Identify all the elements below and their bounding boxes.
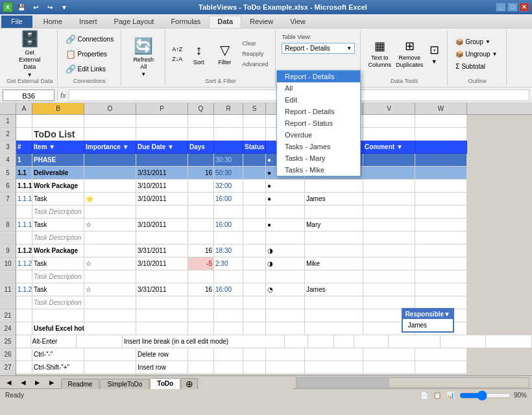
sort-az-button[interactable]: A↑Z bbox=[170, 45, 184, 54]
cell-todo-title[interactable]: ToDo List bbox=[32, 128, 84, 141]
cell[interactable] bbox=[441, 335, 487, 348]
cell[interactable]: Mike bbox=[305, 257, 363, 270]
close-button[interactable]: ✕ bbox=[519, 3, 529, 12]
cell[interactable] bbox=[266, 206, 305, 219]
cell[interactable] bbox=[16, 309, 32, 322]
sheet-tab-todo[interactable]: ToDo bbox=[150, 378, 180, 389]
cell[interactable] bbox=[188, 115, 214, 128]
cell[interactable] bbox=[305, 231, 363, 244]
cell[interactable] bbox=[136, 115, 188, 128]
cell[interactable]: ☆ bbox=[84, 219, 136, 231]
cell[interactable] bbox=[214, 296, 243, 309]
cell[interactable]: Alt-Enter bbox=[31, 335, 77, 348]
cell[interactable]: 1.1.2.1 bbox=[16, 257, 32, 270]
cell[interactable] bbox=[188, 309, 214, 322]
remove-duplicates-button[interactable]: ⊞ RemoveDuplicates bbox=[395, 34, 424, 73]
maximize-button[interactable]: □ bbox=[507, 3, 518, 12]
cell[interactable]: 1.1 bbox=[16, 167, 32, 180]
cell[interactable] bbox=[266, 322, 305, 335]
tab-data[interactable]: Data bbox=[209, 16, 241, 28]
col-header-A[interactable]: A bbox=[16, 103, 32, 114]
tab-insert[interactable]: Insert bbox=[71, 16, 106, 28]
menu-item-tasks-mary[interactable]: Tasks - Mary bbox=[277, 152, 360, 164]
cell[interactable] bbox=[136, 128, 188, 141]
cell[interactable] bbox=[285, 335, 308, 348]
menu-item-report-details-top[interactable]: Report - Details bbox=[277, 71, 360, 82]
cell[interactable]: Task Description bbox=[32, 296, 84, 309]
cell[interactable]: PHASE bbox=[32, 154, 84, 167]
cell[interactable] bbox=[363, 361, 415, 374]
cell[interactable] bbox=[188, 180, 214, 193]
cell[interactable] bbox=[84, 180, 136, 193]
cell[interactable]: 16 bbox=[188, 283, 214, 296]
tab-review[interactable]: Review bbox=[241, 16, 282, 28]
cell[interactable] bbox=[415, 115, 467, 128]
cell[interactable] bbox=[363, 348, 415, 361]
cell[interactable] bbox=[305, 206, 363, 219]
cell[interactable]: 16 bbox=[188, 244, 214, 257]
cell[interactable]: Task bbox=[32, 219, 84, 231]
filter-button[interactable]: ▽ Filter bbox=[213, 34, 236, 73]
cell[interactable] bbox=[84, 322, 136, 335]
cell[interactable] bbox=[188, 361, 214, 374]
cell[interactable] bbox=[415, 231, 467, 244]
cell[interactable] bbox=[84, 348, 136, 361]
sort-za-button[interactable]: Z↓A bbox=[170, 54, 184, 64]
cell[interactable] bbox=[415, 257, 467, 270]
get-external-data-button[interactable]: 🗄️ Get ExternalData ▼ bbox=[14, 34, 46, 73]
cell[interactable] bbox=[243, 257, 266, 270]
cell[interactable] bbox=[214, 128, 243, 141]
cell[interactable] bbox=[77, 335, 123, 348]
header-cell-time[interactable] bbox=[214, 141, 243, 154]
cell[interactable]: 1.1.1 bbox=[16, 180, 32, 193]
cell[interactable]: ● bbox=[266, 180, 305, 193]
cell[interactable] bbox=[363, 206, 415, 219]
cell[interactable] bbox=[16, 206, 32, 219]
cell[interactable]: ◑ bbox=[266, 257, 305, 270]
cell[interactable] bbox=[243, 128, 266, 141]
cell[interactable] bbox=[243, 244, 266, 257]
cell[interactable] bbox=[32, 115, 84, 128]
cell[interactable] bbox=[486, 335, 532, 348]
cell[interactable]: Task Description bbox=[32, 206, 84, 219]
cell[interactable]: 1.1.2.2 bbox=[16, 283, 32, 296]
sheet-tab-simpletodo[interactable]: SimpleToDo bbox=[100, 379, 149, 389]
cell[interactable]: ● bbox=[266, 219, 305, 231]
cell[interactable]: Delete row bbox=[136, 348, 188, 361]
cell[interactable] bbox=[415, 193, 467, 206]
name-box[interactable]: B36 bbox=[3, 89, 54, 101]
cell[interactable] bbox=[243, 206, 266, 219]
cell[interactable]: 3/10/2011 bbox=[136, 257, 188, 270]
cell[interactable] bbox=[415, 180, 467, 193]
cell[interactable] bbox=[354, 335, 389, 348]
last-sheet-button[interactable]: ► bbox=[45, 378, 58, 387]
cell[interactable] bbox=[243, 180, 266, 193]
cell-hotkey-title[interactable]: Useful Excel hotkeys for table editing: bbox=[32, 322, 84, 335]
cell[interactable] bbox=[84, 244, 136, 257]
minimize-button[interactable]: _ bbox=[496, 3, 506, 12]
redo-button[interactable]: ↪ bbox=[44, 1, 56, 13]
cell[interactable]: 3/31/2011 bbox=[136, 283, 188, 296]
cell[interactable]: ● bbox=[266, 193, 305, 206]
header-cell-status[interactable]: Status ▼ bbox=[243, 141, 266, 154]
header-cell-importance[interactable]: Importance ▼ bbox=[84, 141, 136, 154]
zoom-slider[interactable] bbox=[459, 390, 511, 401]
cell[interactable] bbox=[84, 115, 136, 128]
horizontal-scrollbar[interactable] bbox=[296, 377, 529, 388]
properties-button[interactable]: 📋 Properties bbox=[62, 47, 111, 61]
cell[interactable] bbox=[32, 309, 84, 322]
cell[interactable] bbox=[214, 115, 243, 128]
cell[interactable] bbox=[266, 309, 305, 322]
cell[interactable] bbox=[243, 193, 266, 206]
cell[interactable] bbox=[243, 270, 266, 283]
cell[interactable] bbox=[84, 206, 136, 219]
cell[interactable] bbox=[243, 167, 266, 180]
cell[interactable] bbox=[415, 283, 467, 296]
customize-qa[interactable]: ▼ bbox=[58, 1, 70, 13]
sort-button[interactable]: ↕ Sort bbox=[187, 34, 210, 73]
cell[interactable]: 32:00 bbox=[214, 180, 243, 193]
col-header-R[interactable]: R bbox=[214, 103, 243, 114]
cell[interactable] bbox=[214, 206, 243, 219]
cell[interactable] bbox=[188, 193, 214, 206]
cell[interactable] bbox=[334, 335, 354, 348]
